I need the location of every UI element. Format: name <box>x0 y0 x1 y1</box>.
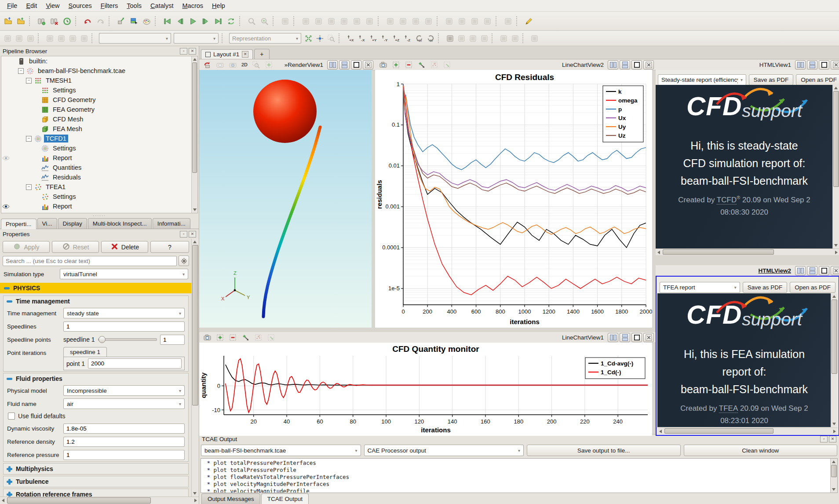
pipeline-scrollbar[interactable] <box>191 56 197 213</box>
pipeline-item-settings[interactable]: Settings <box>1 143 197 153</box>
source-arrow-icon[interactable] <box>115 15 127 27</box>
open-as-pdf-button[interactable]: Open as PDF <box>790 282 835 293</box>
save-state-icon[interactable] <box>15 15 27 27</box>
report-brand-link[interactable]: TCFD <box>717 196 737 205</box>
dock-float-icon[interactable]: ▫ <box>180 231 187 237</box>
surface-select-icon[interactable] <box>498 33 509 44</box>
rescale-range-icon[interactable] <box>25 33 36 44</box>
data-axes-icon[interactable] <box>443 15 455 27</box>
save-output-button[interactable]: Save output to file... <box>527 445 681 456</box>
vcr-play-icon[interactable] <box>187 15 199 27</box>
reference-pressure-input[interactable] <box>63 450 185 460</box>
reference-density-input[interactable] <box>63 437 185 447</box>
htmlview2-hscrollbar[interactable] <box>657 427 838 434</box>
tab-vi[interactable]: Vi... <box>37 218 57 229</box>
split-vertical-button[interactable] <box>807 60 817 69</box>
pipeline-item-quantities[interactable]: Quantities <box>1 163 197 172</box>
camera-view-icon[interactable] <box>227 59 239 71</box>
axis-minus-x-icon[interactable]: -X <box>357 33 367 44</box>
time-management-combo[interactable]: steady state▾ <box>63 308 185 318</box>
edit-color-map-icon[interactable] <box>14 33 24 44</box>
fit-view-icon[interactable] <box>303 33 314 44</box>
cfd-residuals-chart-view[interactable]: 020040060080010001200140016001800200010.… <box>375 70 652 328</box>
split-vertical-button[interactable] <box>620 333 630 342</box>
dock-splitter[interactable]: ······ <box>0 213 199 217</box>
split-vertical-button[interactable] <box>620 60 630 69</box>
eye-icon[interactable] <box>1 154 10 162</box>
tree-expander-icon[interactable]: − <box>26 78 32 84</box>
multiphysics-group-header[interactable]: Multiphysics <box>4 464 188 474</box>
component-combo[interactable]: ▾ <box>174 33 219 44</box>
filter-extract-icon[interactable] <box>364 15 376 27</box>
redo-icon[interactable] <box>95 15 106 27</box>
slider-handle[interactable] <box>98 336 106 343</box>
pick-center-icon[interactable] <box>467 33 478 44</box>
filter-glyph-icon[interactable] <box>384 15 396 27</box>
save-as-pdf-button[interactable]: Save as PDF <box>743 282 788 293</box>
help-button[interactable]: ? <box>150 241 189 253</box>
color-palette-icon[interactable] <box>141 15 153 27</box>
interact-mode-icon[interactable] <box>529 33 540 44</box>
properties-hscrollbar[interactable] <box>0 497 199 504</box>
physics-section-header[interactable]: PHYSICS <box>0 283 192 293</box>
axis-plus-z-icon[interactable]: +Z <box>391 33 401 44</box>
menu-tools[interactable]: Tools <box>122 1 146 11</box>
dock-float-icon[interactable]: ▫ <box>180 48 187 55</box>
tab-output-messages[interactable]: Output Messages <box>201 493 260 504</box>
menu-edit[interactable]: Edit <box>22 1 41 11</box>
menu-help[interactable]: Help <box>208 1 230 11</box>
remove-chart-icon[interactable] <box>403 59 415 71</box>
axis-plus-x-icon[interactable]: +X <box>345 33 356 44</box>
tab-informati[interactable]: Informati... <box>153 218 190 229</box>
view-splitter[interactable] <box>372 59 375 328</box>
dock-close-icon[interactable]: ✕ <box>189 231 196 237</box>
color-field-combo[interactable]: ▾ <box>99 33 171 44</box>
report-select-1[interactable]: Steady-state report (efficiency p▾ <box>658 74 746 85</box>
add-data-icon[interactable] <box>240 332 252 343</box>
fluid-properties-group-header[interactable]: Fluid properties <box>4 373 188 384</box>
pipeline-item-tcfd1[interactable]: −TCFD1 <box>1 134 197 143</box>
zoom-box-icon[interactable] <box>250 59 262 71</box>
save-as-pdf-button[interactable]: Save as PDF <box>749 74 794 85</box>
zoom-icon[interactable] <box>246 15 258 27</box>
close-button[interactable] <box>643 60 654 69</box>
filter-slice-icon[interactable] <box>338 15 350 27</box>
turbulence-group-header[interactable]: Turbulence <box>4 476 188 487</box>
pipeline-item-cfd-mesh[interactable]: CFD Mesh <box>1 114 197 124</box>
plot-line-icon[interactable] <box>482 15 493 27</box>
output-log[interactable]: * plot totalPressurePerInterfaces * plot… <box>201 458 838 493</box>
speedline-points-slider[interactable] <box>98 338 157 341</box>
point-iterations-input[interactable] <box>88 358 182 369</box>
maximize-button[interactable] <box>631 60 642 69</box>
zoom-plus-icon[interactable] <box>259 15 270 27</box>
speedline-points-value[interactable] <box>160 335 185 345</box>
pipeline-item-fea-geometry[interactable]: FEA Geometry <box>1 105 197 114</box>
time-management-group-header[interactable]: Time management <box>4 296 188 307</box>
htmlview2-vscrollbar[interactable] <box>831 293 838 427</box>
reset-center-icon[interactable] <box>479 33 489 44</box>
pipeline-item-cfd-geometry[interactable]: CFD Geometry <box>1 95 197 105</box>
use-fluid-defaults-checkbox[interactable] <box>8 413 15 420</box>
output-stream-combo[interactable]: CAE Processor output▾ <box>364 445 524 456</box>
close-icon[interactable]: ✕ <box>242 51 248 58</box>
html-report-2[interactable]: CFDsupport Hi, this is FEA simulationrep… <box>657 293 838 427</box>
vcr-next-icon[interactable] <box>200 15 212 27</box>
rotate-plus-90-icon[interactable]: +90 <box>414 33 424 44</box>
vcr-prev-icon[interactable] <box>174 15 186 27</box>
dock-float-icon[interactable]: ▫ <box>820 436 828 442</box>
representation-combo[interactable]: Representation▾ <box>229 33 301 44</box>
output-file-combo[interactable]: beam-ball-FSI-benchmark.tcae▾ <box>201 445 361 456</box>
fluid-name-combo[interactable]: air▾ <box>63 398 185 409</box>
clean-window-button[interactable]: Clean window <box>684 445 838 456</box>
filter-clip-icon[interactable] <box>325 15 337 27</box>
ruler-time-icon[interactable] <box>67 33 78 44</box>
python-icon[interactable] <box>502 15 514 27</box>
rotate-minus-90-icon[interactable]: -90 <box>425 33 436 44</box>
scatter-plot-icon[interactable] <box>252 332 264 343</box>
close-button[interactable] <box>831 266 839 275</box>
toggle-color-legend-icon[interactable] <box>2 33 13 44</box>
add-layout-tab[interactable]: + <box>254 49 269 59</box>
add-chart-icon[interactable] <box>214 332 226 343</box>
delete-button[interactable]: Delete <box>101 241 148 253</box>
menu-view[interactable]: View <box>41 1 64 11</box>
